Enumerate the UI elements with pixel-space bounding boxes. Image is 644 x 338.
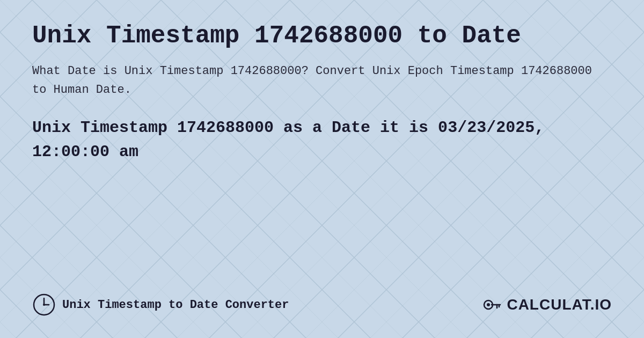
page-title: Unix Timestamp 1742688000 to Date (32, 21, 612, 51)
logo-icon (481, 294, 502, 315)
page-description: What Date is Unix Timestamp 1742688000? … (32, 62, 612, 99)
svg-point-12 (43, 304, 45, 306)
logo[interactable]: CALCULAT.IO (481, 294, 612, 315)
svg-point-14 (487, 303, 490, 306)
footer-link[interactable]: Unix Timestamp to Date Converter (32, 293, 289, 317)
clock-icon (32, 293, 56, 317)
logo-text: CALCULAT.IO (507, 296, 612, 313)
footer-link-text: Unix Timestamp to Date Converter (62, 298, 289, 312)
result-text: Unix Timestamp 1742688000 as a Date it i… (32, 116, 612, 164)
